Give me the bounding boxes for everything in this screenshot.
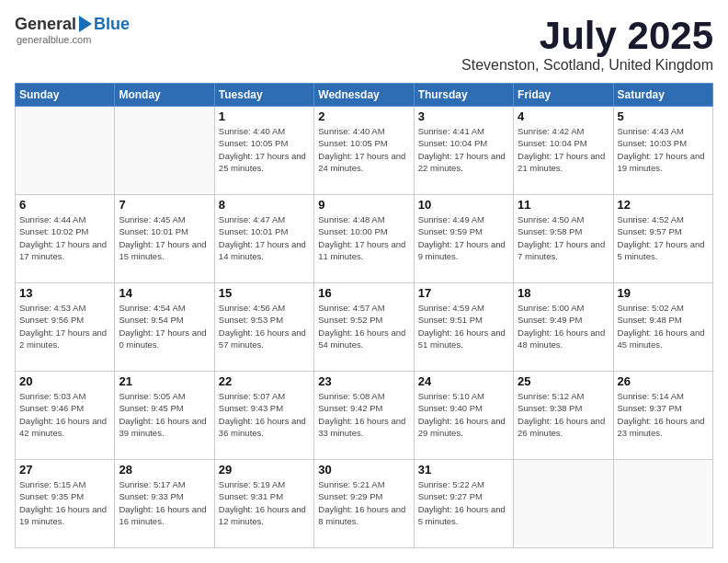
calendar-cell: 15Sunrise: 4:56 AMSunset: 9:53 PMDayligh… (214, 283, 313, 372)
calendar-cell: 6Sunrise: 4:44 AMSunset: 10:02 PMDayligh… (16, 195, 115, 283)
calendar-day-header: Wednesday (314, 84, 414, 107)
day-number: 2 (318, 109, 409, 123)
day-number: 10 (418, 198, 509, 212)
calendar-header-row: SundayMondayTuesdayWednesdayThursdayFrid… (16, 84, 713, 107)
day-info: Sunrise: 4:49 AMSunset: 9:59 PMDaylight:… (418, 213, 509, 262)
day-info: Sunrise: 4:56 AMSunset: 9:53 PMDaylight:… (219, 302, 310, 350)
calendar-cell: 9Sunrise: 4:48 AMSunset: 10:00 PMDayligh… (314, 195, 414, 283)
calendar-day-header: Saturday (613, 84, 712, 107)
calendar-week-row: 6Sunrise: 4:44 AMSunset: 10:02 PMDayligh… (16, 195, 713, 283)
day-info: Sunrise: 5:22 AMSunset: 9:27 PMDaylight:… (418, 478, 509, 527)
day-number: 11 (518, 198, 609, 212)
day-info: Sunrise: 4:54 AMSunset: 9:54 PMDaylight:… (119, 302, 210, 350)
day-number: 9 (318, 198, 409, 212)
calendar-cell: 7Sunrise: 4:45 AMSunset: 10:01 PMDayligh… (115, 195, 214, 283)
day-number: 3 (418, 109, 509, 123)
calendar-cell: 10Sunrise: 4:49 AMSunset: 9:59 PMDayligh… (414, 195, 513, 283)
day-info: Sunrise: 5:19 AMSunset: 9:31 PMDaylight:… (219, 478, 310, 527)
calendar-cell: 3Sunrise: 4:41 AMSunset: 10:04 PMDayligh… (414, 107, 513, 195)
day-info: Sunrise: 5:15 AMSunset: 9:35 PMDaylight:… (19, 478, 110, 527)
calendar-week-row: 1Sunrise: 4:40 AMSunset: 10:05 PMDayligh… (16, 107, 713, 195)
day-info: Sunrise: 4:53 AMSunset: 9:56 PMDaylight:… (19, 302, 110, 350)
day-number: 5 (618, 109, 709, 123)
day-number: 19 (618, 286, 709, 300)
day-number: 15 (219, 286, 310, 300)
day-info: Sunrise: 5:17 AMSunset: 9:33 PMDaylight:… (119, 478, 210, 527)
day-number: 14 (119, 286, 210, 300)
day-number: 16 (318, 286, 409, 300)
day-number: 4 (518, 109, 609, 123)
day-number: 25 (518, 374, 609, 388)
calendar-cell: 2Sunrise: 4:40 AMSunset: 10:05 PMDayligh… (314, 107, 414, 195)
calendar-cell: 14Sunrise: 4:54 AMSunset: 9:54 PMDayligh… (115, 283, 214, 372)
calendar-day-header: Monday (115, 84, 214, 107)
calendar-day-header: Sunday (16, 84, 115, 107)
logo-general-text: General (15, 15, 76, 34)
calendar-cell: 26Sunrise: 5:14 AMSunset: 9:37 PMDayligh… (613, 372, 712, 460)
day-number: 8 (219, 198, 310, 212)
day-number: 22 (219, 374, 310, 388)
day-number: 20 (19, 374, 110, 388)
page: General Blue generalblue.com July 2025 S… (0, 0, 728, 563)
day-info: Sunrise: 5:10 AMSunset: 9:40 PMDaylight:… (418, 390, 509, 439)
calendar-cell: 11Sunrise: 4:50 AMSunset: 9:58 PMDayligh… (514, 195, 613, 283)
calendar-cell: 12Sunrise: 4:52 AMSunset: 9:57 PMDayligh… (613, 195, 712, 283)
calendar-cell (613, 460, 712, 548)
day-info: Sunrise: 4:45 AMSunset: 10:01 PMDaylight… (119, 213, 210, 262)
calendar-week-row: 27Sunrise: 5:15 AMSunset: 9:35 PMDayligh… (16, 460, 713, 548)
calendar-cell: 19Sunrise: 5:02 AMSunset: 9:48 PMDayligh… (613, 283, 712, 372)
calendar-cell: 1Sunrise: 4:40 AMSunset: 10:05 PMDayligh… (214, 107, 313, 195)
day-number: 26 (618, 374, 709, 388)
day-info: Sunrise: 5:03 AMSunset: 9:46 PMDaylight:… (19, 390, 110, 439)
calendar-cell: 30Sunrise: 5:21 AMSunset: 9:29 PMDayligh… (314, 460, 414, 548)
calendar-week-row: 13Sunrise: 4:53 AMSunset: 9:56 PMDayligh… (16, 283, 713, 372)
day-number: 13 (19, 286, 110, 300)
calendar-cell: 29Sunrise: 5:19 AMSunset: 9:31 PMDayligh… (214, 460, 313, 548)
day-number: 6 (19, 198, 110, 212)
calendar-cell: 22Sunrise: 5:07 AMSunset: 9:43 PMDayligh… (214, 372, 313, 460)
day-number: 12 (618, 198, 709, 212)
logo-subtitle: generalblue.com (17, 34, 91, 45)
calendar-cell: 18Sunrise: 5:00 AMSunset: 9:49 PMDayligh… (514, 283, 613, 372)
day-number: 23 (318, 374, 409, 388)
day-info: Sunrise: 4:40 AMSunset: 10:05 PMDaylight… (219, 125, 310, 174)
calendar-cell: 5Sunrise: 4:43 AMSunset: 10:03 PMDayligh… (613, 107, 712, 195)
calendar-cell: 27Sunrise: 5:15 AMSunset: 9:35 PMDayligh… (16, 460, 115, 548)
day-info: Sunrise: 5:07 AMSunset: 9:43 PMDaylight:… (219, 390, 310, 439)
calendar-cell: 17Sunrise: 4:59 AMSunset: 9:51 PMDayligh… (414, 283, 513, 372)
day-info: Sunrise: 4:52 AMSunset: 9:57 PMDaylight:… (618, 213, 709, 262)
calendar-day-header: Thursday (414, 84, 513, 107)
calendar-cell: 23Sunrise: 5:08 AMSunset: 9:42 PMDayligh… (314, 372, 414, 460)
logo-arrow-icon (79, 16, 92, 32)
day-number: 31 (418, 463, 509, 477)
calendar-cell: 13Sunrise: 4:53 AMSunset: 9:56 PMDayligh… (16, 283, 115, 372)
day-info: Sunrise: 4:42 AMSunset: 10:04 PMDaylight… (518, 125, 609, 174)
calendar-cell: 31Sunrise: 5:22 AMSunset: 9:27 PMDayligh… (414, 460, 513, 548)
calendar-day-header: Friday (514, 84, 613, 107)
day-info: Sunrise: 5:05 AMSunset: 9:45 PMDaylight:… (119, 390, 210, 439)
calendar-cell (16, 107, 115, 195)
calendar-week-row: 20Sunrise: 5:03 AMSunset: 9:46 PMDayligh… (16, 372, 713, 460)
location-title: Stevenston, Scotland, United Kingdom (461, 57, 713, 74)
day-info: Sunrise: 5:21 AMSunset: 9:29 PMDaylight:… (318, 478, 409, 527)
logo-blue-text: Blue (94, 15, 130, 34)
day-number: 28 (119, 463, 210, 477)
day-info: Sunrise: 4:43 AMSunset: 10:03 PMDaylight… (618, 125, 709, 174)
day-info: Sunrise: 4:40 AMSunset: 10:05 PMDaylight… (318, 125, 409, 174)
day-info: Sunrise: 4:48 AMSunset: 10:00 PMDaylight… (318, 213, 409, 262)
logo-top: General Blue (15, 15, 130, 34)
calendar-cell: 4Sunrise: 4:42 AMSunset: 10:04 PMDayligh… (514, 107, 613, 195)
day-number: 7 (119, 198, 210, 212)
calendar-cell: 16Sunrise: 4:57 AMSunset: 9:52 PMDayligh… (314, 283, 414, 372)
calendar-cell: 28Sunrise: 5:17 AMSunset: 9:33 PMDayligh… (115, 460, 214, 548)
day-number: 17 (418, 286, 509, 300)
day-info: Sunrise: 5:00 AMSunset: 9:49 PMDaylight:… (518, 302, 609, 350)
calendar-cell (115, 107, 214, 195)
day-info: Sunrise: 5:02 AMSunset: 9:48 PMDaylight:… (618, 302, 709, 350)
day-number: 18 (518, 286, 609, 300)
day-info: Sunrise: 4:57 AMSunset: 9:52 PMDaylight:… (318, 302, 409, 350)
day-info: Sunrise: 5:08 AMSunset: 9:42 PMDaylight:… (318, 390, 409, 439)
day-number: 29 (219, 463, 310, 477)
day-number: 1 (219, 109, 310, 123)
day-info: Sunrise: 4:44 AMSunset: 10:02 PMDaylight… (19, 213, 110, 262)
